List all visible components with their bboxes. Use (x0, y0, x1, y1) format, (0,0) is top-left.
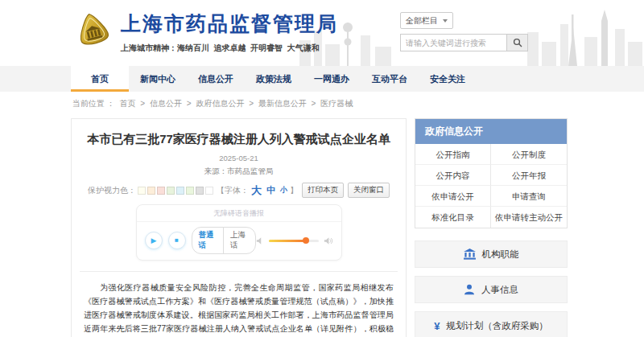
color-swatch[interactable] (157, 187, 165, 195)
gov-info-links: 公开指南 公开制度 公开内容 公开年报 依申请公开 申请查询 标准化目录 依申请… (415, 144, 567, 228)
gov-info-panel: 政府信息公开 公开指南 公开制度 公开内容 公开年报 依申请公开 申请查询 标准… (415, 118, 568, 228)
nav-item-info-disclosure[interactable]: 信息公开 (187, 66, 245, 92)
speaker-high-icon (324, 236, 333, 245)
print-page-button[interactable]: 打印本页 (302, 183, 344, 198)
article-source: 来源：市药品监管局 (72, 166, 406, 177)
color-swatch[interactable] (167, 187, 175, 195)
nav-item-policies[interactable]: 政策法规 (245, 66, 303, 92)
breadcrumb-home[interactable]: 首页 (120, 99, 136, 108)
breadcrumb-separator: > (187, 99, 192, 108)
font-size-large-button[interactable]: 大 (251, 183, 262, 198)
eye-protect-label: 保护视力色： (88, 185, 136, 196)
link-request-to-proactive[interactable]: 依申请转主动公开 (491, 207, 567, 228)
personnel-info-label: 人事信息 (481, 284, 518, 296)
font-size-small-button[interactable]: 小 (280, 185, 287, 195)
volume-control (256, 236, 333, 245)
color-swatch[interactable] (205, 187, 213, 195)
play-button[interactable]: ▶ (145, 232, 163, 249)
search-category-select[interactable]: 全部栏目 (400, 12, 453, 29)
personnel-info-button[interactable]: 人事信息 (415, 276, 568, 303)
link-annual-report[interactable]: 公开年报 (491, 165, 567, 186)
play-icon: ▶ (151, 237, 157, 245)
volume-handle[interactable] (303, 237, 309, 244)
nav-item-safety[interactable]: 安全关注 (419, 66, 477, 92)
site-title-block: 上海市药品监督管理局 上海城市精神：海纳百川 追求卓越 开明睿智 大气谦和 (121, 10, 338, 54)
bank-icon (464, 249, 476, 260)
chevron-down-icon (443, 19, 448, 23)
color-swatch[interactable] (196, 187, 204, 195)
font-size-label-suffix: 】 (290, 185, 298, 196)
breadcrumb: 当前位置 ： 首页 > 信息公开 > 政府信息公开 > 最新信息公开 > 医疗器… (72, 98, 355, 109)
nav-item-news[interactable]: 新闻中心 (129, 66, 187, 92)
article-panel: 本市已有三批77家医疗器械注册人列入警戒试点企业名单 2025-05-21 来源… (71, 118, 407, 337)
audio-player: 无障碍语音播报 ▶ ■ 普通话 上海话 (136, 204, 342, 261)
article-body: 为强化医疗器械质量安全风险防控，完善全生命周期监管，国家药监局相继发布《医疗器械… (84, 281, 394, 337)
sidebar: 政府信息公开 公开指南 公开制度 公开内容 公开年报 依申请公开 申请查询 标准… (415, 118, 568, 337)
audio-player-controls: ▶ ■ 普通话 上海话 (137, 222, 341, 260)
language-toggle: 普通话 上海话 (192, 227, 256, 254)
close-window-button[interactable]: 关闭窗口 (348, 183, 390, 198)
yuan-icon: ¥ (434, 320, 440, 332)
breadcrumb-medical-devices[interactable]: 医疗器械 (320, 99, 353, 108)
page: 上海市药品监督管理局 上海城市精神：海纳百川 追求卓越 开明睿智 大气谦和 全部… (0, 0, 644, 337)
search-area: 全部栏目 (400, 12, 528, 51)
breadcrumb-separator: > (249, 99, 254, 108)
stop-icon: ■ (175, 237, 179, 244)
breadcrumb-latest-info[interactable]: 最新信息公开 (258, 99, 307, 108)
article-title: 本市已有三批77家医疗器械注册人列入警戒试点企业名单 (83, 131, 394, 147)
search-icon (513, 38, 522, 47)
volume-fill (269, 240, 307, 242)
planning-procurement-label: 规划计划（含政府采购） (446, 320, 548, 332)
language-option-mandarin[interactable]: 普通话 (192, 228, 225, 253)
link-request-inquiry[interactable]: 申请查询 (491, 186, 567, 207)
site-slogan: 上海城市精神：海纳百川 追求卓越 开明睿智 大气谦和 (121, 43, 338, 54)
nav-item-online-services[interactable]: 一网通办 (303, 66, 361, 92)
nav-item-interaction[interactable]: 互动平台 (361, 66, 419, 92)
article-toolbar: 保护视力色： 【字体： 大 中 小 】 打印本页 关闭窗口 (72, 183, 406, 198)
breadcrumb-gov-info[interactable]: 政府信息公开 (196, 99, 244, 108)
search-row (400, 34, 528, 51)
color-swatch[interactable] (176, 187, 184, 195)
nav-item-home[interactable]: 首页 (71, 66, 129, 92)
link-disclosure-on-request[interactable]: 依申请公开 (415, 186, 491, 207)
person-icon (464, 284, 475, 295)
site-header: 上海市药品监督管理局 上海城市精神：海纳百川 追求卓越 开明睿智 大气谦和 全部… (0, 0, 644, 66)
breadcrumb-separator: > (312, 99, 316, 108)
color-swatch[interactable] (147, 187, 155, 195)
volume-slider[interactable] (269, 240, 319, 242)
breadcrumb-info-disclosure[interactable]: 信息公开 (150, 99, 182, 108)
link-disclosure-content[interactable]: 公开内容 (415, 165, 491, 186)
font-size-label: 【字体： (217, 185, 249, 196)
color-swatch[interactable] (186, 187, 194, 195)
institution-functions-button[interactable]: 机构职能 (415, 240, 568, 268)
link-standardized-catalog[interactable]: 标准化目录 (415, 207, 491, 228)
search-input[interactable] (400, 34, 506, 51)
speaker-low-icon (256, 236, 264, 245)
gov-info-panel-title: 政府信息公开 (415, 119, 567, 144)
audio-player-title: 无障碍语音播报 (137, 205, 341, 222)
breadcrumb-separator: > (140, 99, 145, 108)
article-date: 2025-05-21 (72, 154, 406, 162)
search-button[interactable] (506, 34, 528, 51)
title-body-divider (80, 271, 398, 272)
planning-procurement-button[interactable]: ¥ 规划计划（含政府采购） (415, 311, 568, 337)
link-disclosure-system[interactable]: 公开制度 (491, 144, 567, 165)
institution-functions-label: 机构职能 (482, 249, 519, 261)
stop-button[interactable]: ■ (168, 232, 186, 249)
eye-protect-swatches (138, 187, 215, 195)
site-title: 上海市药品监督管理局 (121, 10, 338, 37)
color-swatch[interactable] (138, 187, 146, 195)
breadcrumb-prefix: 当前位置 ： (72, 99, 115, 108)
link-disclosure-guide[interactable]: 公开指南 (415, 144, 491, 165)
main-nav: 首页 新闻中心 信息公开 政策法规 一网通办 互动平台 安全关注 (0, 66, 644, 92)
search-category-value: 全部栏目 (406, 15, 438, 27)
agency-logo (74, 10, 113, 51)
language-option-shanghainese[interactable]: 上海话 (224, 228, 255, 253)
font-size-medium-button[interactable]: 中 (266, 184, 275, 196)
